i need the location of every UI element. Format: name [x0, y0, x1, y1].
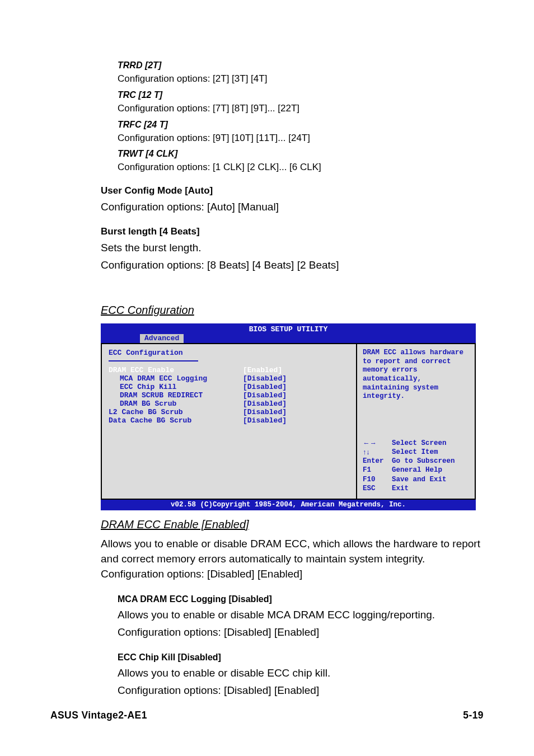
bios-item-value: [Disabled]	[243, 383, 287, 391]
bios-item-row: DRAM SCRUB REDIRECT[Disabled]	[109, 391, 350, 400]
bios-nav-key: ↑↓	[363, 448, 392, 457]
bios-item-value: [Enabled]	[243, 366, 282, 374]
page-content: TRRD [2T] Configuration options: [2T] [3…	[0, 0, 534, 698]
ecc-chip-kill: ECC Chip Kill [Disabled] Allows you to e…	[118, 652, 484, 698]
user-config-mode: User Config Mode [Auto] Configuration op…	[101, 185, 484, 215]
param-trfc: TRFC [24 T] Configuration options: [9T] …	[118, 120, 484, 145]
bios-item-row: DRAM BG Scrub[Disabled]	[109, 400, 350, 408]
bios-titlebar: BIOS SETUP UTILITY	[101, 323, 476, 334]
param-options: Configuration options: [2T] [3T] [4T]	[118, 72, 484, 86]
body-line: Configuration options: [Disabled] [Enabl…	[118, 625, 484, 640]
bios-main: ECC Configuration DRAM ECC Enable[Enable…	[101, 343, 476, 500]
param-heading: TRC [12 T]	[118, 90, 484, 100]
bios-nav-row: EnterGo to Subscreen	[363, 457, 470, 466]
bios-nav-key: Enter	[363, 457, 392, 466]
bios-item-value: [Disabled]	[243, 408, 287, 416]
bios-item-label: MCA DRAM ECC Logging	[109, 374, 243, 383]
bios-item-value: [Disabled]	[243, 416, 287, 425]
footer-product: ASUS Vintage2-AE1	[50, 710, 147, 721]
param-options: Configuration options: [9T] [10T] [11T].…	[118, 132, 484, 145]
bios-screenshot: BIOS SETUP UTILITY Advanced ECC Configur…	[101, 323, 476, 510]
heading: User Config Mode [Auto]	[101, 185, 484, 196]
bios-nav-hints: ←→Select Screen↑↓Select ItemEnterGo to S…	[357, 434, 475, 499]
bios-item-label: DRAM ECC Enable	[109, 366, 243, 374]
bios-nav-label: Select Screen	[392, 439, 447, 448]
page-footer: ASUS Vintage2-AE1 5-19	[50, 710, 484, 721]
param-trrd: TRRD [2T] Configuration options: [2T] [3…	[118, 60, 484, 86]
ecc-section-heading: ECC Configuration	[101, 304, 484, 317]
footer-page-number: 5-19	[463, 710, 484, 721]
body: Allows you to enable or disable DRAM ECC…	[101, 537, 484, 582]
heading: Burst length [4 Beats]	[101, 226, 484, 237]
bios-item-row: ECC Chip Kill[Disabled]	[109, 383, 350, 391]
body: Configuration options: [Auto] [Manual]	[101, 200, 484, 215]
heading: DRAM ECC Enable [Enabled]	[101, 518, 484, 531]
param-heading: TRRD [2T]	[118, 60, 484, 71]
bios-right-panel: DRAM ECC allows hardware to report and c…	[357, 343, 476, 500]
bios-nav-row: ↑↓Select Item	[363, 448, 470, 457]
bios-item-row: Data Cache BG Scrub[Disabled]	[109, 416, 350, 425]
bios-item-label: DRAM BG Scrub	[109, 400, 243, 408]
bios-nav-key: ESC	[363, 484, 392, 493]
bios-nav-label: Exit	[392, 484, 409, 493]
param-trwt: TRWT [4 CLK] Configuration options: [1 C…	[118, 149, 484, 174]
bios-divider	[109, 360, 198, 361]
mca-dram-ecc-logging: MCA DRAM ECC Logging [Disabled] Allows y…	[118, 594, 484, 640]
body-line: Allows you to enable or disable ECC chip…	[118, 666, 484, 681]
bios-item-value: [Disabled]	[243, 391, 287, 400]
bios-nav-label: Select Item	[392, 448, 438, 457]
bios-nav-row: F1General Help	[363, 466, 470, 475]
bios-item-label: L2 Cache BG Scrub	[109, 408, 243, 416]
bios-nav-label: General Help	[392, 466, 442, 475]
bios-item-list: DRAM ECC Enable[Enabled]MCA DRAM ECC Log…	[109, 366, 350, 425]
param-heading: TRWT [4 CLK]	[118, 149, 484, 159]
bios-nav-key: ←→	[363, 439, 392, 448]
dram-ecc-enable: DRAM ECC Enable [Enabled] Allows you to …	[101, 518, 484, 582]
bios-item-label: DRAM SCRUB REDIRECT	[109, 391, 243, 400]
bios-left-panel: ECC Configuration DRAM ECC Enable[Enable…	[101, 343, 357, 500]
bios-item-row: MCA DRAM ECC Logging[Disabled]	[109, 374, 350, 383]
heading: MCA DRAM ECC Logging [Disabled]	[118, 594, 484, 604]
param-options: Configuration options: [7T] [8T] [9T]...…	[118, 102, 484, 115]
bios-nav-row: F10Save and Exit	[363, 475, 470, 484]
bios-nav-label: Go to Subscreen	[392, 457, 455, 466]
bios-item-label: ECC Chip Kill	[109, 383, 243, 391]
bios-item-value: [Disabled]	[243, 400, 287, 408]
bios-footer: v02.58 (C)Copyright 1985-2004, American …	[101, 500, 476, 510]
bios-nav-key: F10	[363, 475, 392, 484]
bios-item-row: L2 Cache BG Scrub[Disabled]	[109, 408, 350, 416]
param-trc: TRC [12 T] Configuration options: [7T] […	[118, 90, 484, 115]
bios-item-label: Data Cache BG Scrub	[109, 416, 243, 425]
param-heading: TRFC [24 T]	[118, 120, 484, 130]
bios-nav-key: F1	[363, 466, 392, 475]
bios-nav-label: Save and Exit	[392, 475, 447, 484]
bios-nav-row: ←→Select Screen	[363, 439, 470, 448]
body-line: Sets the burst length.	[101, 241, 484, 256]
bios-tab-active: Advanced	[140, 334, 184, 343]
body-line: Allows you to enable or disable MCA DRAM…	[118, 608, 484, 623]
bios-tabs: Advanced	[101, 334, 476, 343]
burst-length: Burst length [4 Beats] Sets the burst le…	[101, 226, 484, 273]
bios-item-value: [Disabled]	[243, 374, 287, 383]
bios-item-row: DRAM ECC Enable[Enabled]	[109, 366, 350, 374]
body-line: Configuration options: [Disabled] [Enabl…	[118, 683, 484, 698]
bios-panel-title: ECC Configuration	[109, 349, 350, 357]
param-options: Configuration options: [1 CLK] [2 CLK]..…	[118, 161, 484, 174]
bios-nav-row: ESCExit	[363, 484, 470, 493]
heading: ECC Chip Kill [Disabled]	[118, 652, 484, 663]
body-line: Configuration options: [8 Beats] [4 Beat…	[101, 258, 484, 273]
bios-help-text: DRAM ECC allows hardware to report and c…	[357, 344, 475, 434]
